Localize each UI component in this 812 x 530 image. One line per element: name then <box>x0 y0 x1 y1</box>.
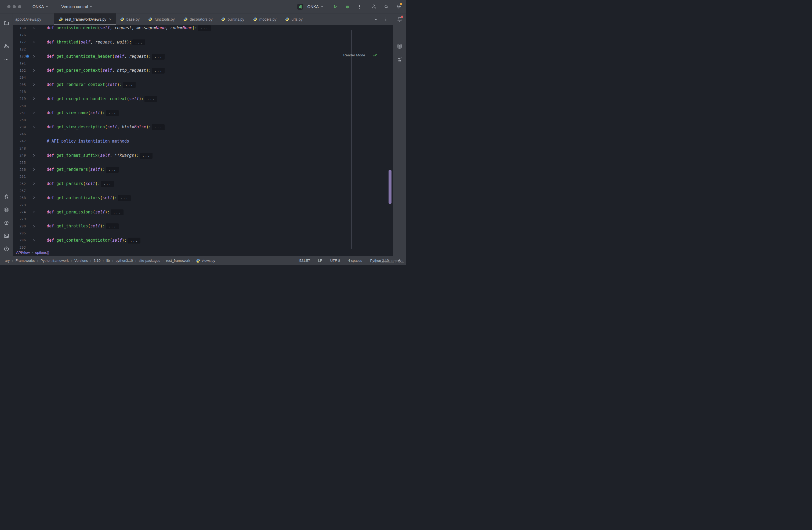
path-segment[interactable]: lib <box>106 259 110 263</box>
path-segment[interactable]: python3.10 <box>116 259 133 263</box>
gutter[interactable]: ↓ <box>26 53 37 60</box>
path-segment[interactable]: ary <box>5 259 10 263</box>
code-line[interactable]: 256 def get_renderers(self):... <box>13 166 393 173</box>
code-line[interactable]: 248 <box>13 145 393 152</box>
fold-chevron-icon[interactable] <box>32 225 35 228</box>
gutter[interactable] <box>26 109 37 116</box>
show-hidden-tabs-button[interactable] <box>374 17 378 21</box>
gutter[interactable] <box>26 166 37 173</box>
terminal-tool-button[interactable] <box>3 233 10 239</box>
editor-tab[interactable]: base.py <box>116 13 144 25</box>
indent-style[interactable]: 4 spaces <box>348 259 362 263</box>
code-line[interactable]: 255 <box>13 159 393 166</box>
overridden-method-icon[interactable] <box>26 55 29 58</box>
code-text[interactable]: def get_throttles(self):... <box>37 224 119 229</box>
gutter[interactable] <box>26 159 37 166</box>
code-text[interactable]: def get_parser_context(self, http_reques… <box>37 68 164 73</box>
code-editor[interactable]: 169 def permission_denied(self, request,… <box>13 25 393 249</box>
editor-tab[interactable]: models.py <box>249 13 281 25</box>
folded-code-placeholder[interactable]: ... <box>106 223 119 229</box>
fold-chevron-icon[interactable] <box>32 196 35 199</box>
gutter[interactable] <box>26 152 37 159</box>
editor-tab[interactable]: rest_framework/views.py × <box>54 13 116 25</box>
project-tool-button[interactable] <box>3 20 10 26</box>
gutter[interactable] <box>26 74 37 81</box>
editor-tab[interactable]: builtins.py <box>217 13 248 25</box>
folded-code-placeholder[interactable]: ... <box>152 68 164 74</box>
interpreter[interactable]: Python 3.10 <box>370 259 389 263</box>
path-segment[interactable]: rest_framework <box>166 259 190 263</box>
line-ending[interactable]: LF <box>318 259 322 263</box>
gutter[interactable] <box>26 138 37 145</box>
gutter[interactable] <box>26 95 37 102</box>
zoom-window-button[interactable] <box>18 5 21 8</box>
folded-code-placeholder[interactable]: ... <box>128 238 141 244</box>
code-line[interactable]: 205 def get_renderer_context(self):... <box>13 81 393 88</box>
services-stack-tool-button[interactable] <box>3 207 10 212</box>
file-encoding[interactable]: UTF-8 <box>330 259 340 263</box>
code-line[interactable]: 238 <box>13 117 393 123</box>
gutter[interactable] <box>26 208 37 215</box>
folded-code-placeholder[interactable]: ... <box>123 82 135 88</box>
code-line[interactable]: 239 def get_view_description(self, html=… <box>13 123 393 131</box>
window-controls[interactable] <box>7 5 21 8</box>
settings-button[interactable] <box>396 4 402 10</box>
code-line[interactable]: 169 def permission_denied(self, request,… <box>13 25 393 31</box>
fold-chevron-icon[interactable] <box>32 69 35 72</box>
gutter[interactable] <box>26 123 37 131</box>
folded-code-placeholder[interactable]: ... <box>152 54 164 60</box>
code-line[interactable]: 273 <box>13 201 393 208</box>
code-line[interactable]: 247 # API policy instantiation methods <box>13 138 393 145</box>
folded-code-placeholder[interactable]: ... <box>140 153 153 159</box>
inspections-ok-icon[interactable] <box>373 53 378 57</box>
fold-chevron-icon[interactable] <box>32 154 35 157</box>
code-line[interactable]: 191 <box>13 60 393 67</box>
run-button[interactable] <box>332 4 338 10</box>
python-packages-tool-button[interactable] <box>3 194 10 200</box>
code-text[interactable]: def get_permissions(self):... <box>37 210 124 215</box>
fold-chevron-icon[interactable] <box>32 112 35 114</box>
path-segment[interactable]: 3.10 <box>94 259 100 263</box>
folded-code-placeholder[interactable]: ... <box>152 124 164 130</box>
path-segment[interactable]: site-packages <box>139 259 160 263</box>
gutter[interactable] <box>26 81 37 88</box>
folded-code-placeholder[interactable]: ... <box>144 96 157 102</box>
code-text[interactable]: # API policy instantiation methods <box>37 139 129 144</box>
gutter[interactable] <box>26 187 37 194</box>
code-line[interactable]: 286 def get_content_negotiator(self):... <box>13 237 393 244</box>
search-everywhere-button[interactable] <box>384 4 389 10</box>
code-line[interactable]: 249 def get_format_suffix(self, **kwargs… <box>13 152 393 159</box>
folded-code-placeholder[interactable]: ... <box>132 40 145 45</box>
code-text[interactable]: def get_parsers(self):... <box>37 181 114 186</box>
gutter[interactable] <box>26 67 37 74</box>
fold-chevron-icon[interactable] <box>32 239 35 242</box>
fold-chevron-icon[interactable] <box>32 97 35 100</box>
path-segment[interactable]: views.py <box>196 259 215 263</box>
gutter[interactable] <box>26 180 37 187</box>
vcs-menu[interactable]: Version control <box>61 4 93 9</box>
reader-mode-widget[interactable]: Reader Mode <box>343 53 378 57</box>
gutter[interactable] <box>26 194 37 201</box>
code-line[interactable]: 177 def throttled(self, request, wait):.… <box>13 39 393 46</box>
code-with-me-button[interactable] <box>371 4 377 10</box>
code-line[interactable]: 183 ↓ def get_authenticate_header(self, … <box>13 53 393 60</box>
folded-code-placeholder[interactable]: ... <box>118 195 131 201</box>
code-line[interactable]: 176 <box>13 31 393 39</box>
gutter[interactable] <box>26 223 37 230</box>
code-line[interactable]: 268 def get_authenticators(self):... <box>13 194 393 201</box>
minimize-window-button[interactable] <box>13 5 16 8</box>
breadcrumb-item[interactable]: APIView <box>16 250 30 254</box>
fold-chevron-icon[interactable] <box>32 41 35 44</box>
code-line[interactable]: 204 <box>13 74 393 81</box>
editor-tab[interactable]: urls.py <box>280 13 307 25</box>
notifications-button[interactable] <box>396 16 403 22</box>
folded-code-placeholder[interactable]: ... <box>106 110 119 116</box>
gutter[interactable] <box>26 216 37 223</box>
code-text[interactable]: def get_renderers(self):... <box>37 167 119 172</box>
gutter[interactable] <box>26 237 37 244</box>
file-path-breadcrumb[interactable]: ary›Frameworks›Python.framework›Versions… <box>5 259 215 263</box>
code-line[interactable]: 262 def get_parsers(self):... <box>13 180 393 187</box>
tab-options-button[interactable] <box>384 17 388 21</box>
debug-button[interactable] <box>345 4 350 10</box>
code-line[interactable]: 182 <box>13 46 393 53</box>
